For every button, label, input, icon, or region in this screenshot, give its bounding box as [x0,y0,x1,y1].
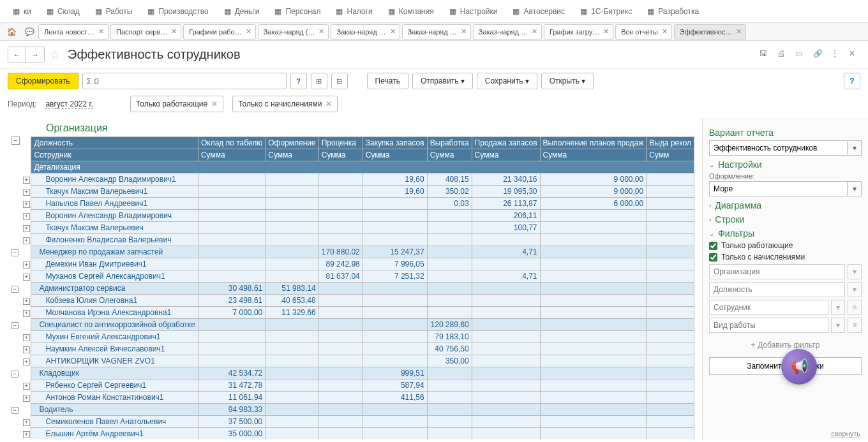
help-button[interactable]: ? [290,73,307,89]
emp-row[interactable]: +Семиколенов Павел Анатольевич37 500,00 [8,416,694,428]
tab-close-icon[interactable]: ✕ [461,27,467,36]
emp-row[interactable]: +Антонов Роман Константинович111 061,944… [8,392,694,404]
tab[interactable]: Паспорт серв…✕ [110,24,181,40]
tab[interactable]: График загру…✕ [544,24,613,40]
dropdown-icon[interactable]: ▾ [848,140,862,156]
dropdown-icon[interactable]: ▾ [831,318,845,333]
toggle-icon[interactable]: + [23,310,30,317]
print-icon[interactable]: 🖨 [777,49,789,61]
emp-row[interactable]: +АНТИКОРЩИК VAGNER ZVO1350,00 [8,355,694,367]
topnav-item[interactable]: ▦Налоги [328,0,380,22]
toggle-icon[interactable]: + [23,189,30,196]
topnav-item[interactable]: ▦Компания [380,0,442,22]
filters-heading[interactable]: ⌄Фильтры [709,228,862,239]
emp-row[interactable]: +Напылов Павел Андреевич10,0326 113,876 … [8,198,694,210]
favorite-star-icon[interactable]: ☆ [50,48,63,62]
nav-forward-button[interactable]: → [26,47,44,63]
tab[interactable]: Заказ-наряд (…✕ [258,24,329,40]
print-button[interactable]: Печать [367,73,408,89]
toggle-icon[interactable]: + [23,346,30,353]
check-working[interactable]: Только работающие [709,241,862,250]
tab[interactable]: Заказ-наряд …✕ [331,24,400,40]
filter-worktype[interactable] [709,318,828,333]
topnav-item[interactable]: ▦Деньги [216,0,267,22]
check-accruals[interactable]: Только с начислениями [709,253,862,262]
tab-close-icon[interactable]: ✕ [662,27,668,36]
announce-badge-icon[interactable]: 📢 [781,349,817,385]
topnav-item[interactable]: ▦Работы [87,0,140,22]
more-icon[interactable]: ⋮ [831,49,842,61]
emp-row[interactable]: +Ткачук Максим Валерьевич100,77 [8,222,694,234]
period-value[interactable]: август 2022 г. [45,99,93,109]
toggle-icon[interactable]: − [11,249,19,256]
emp-row[interactable]: +Молчанова Ирэна Александровна17 000,001… [8,307,694,319]
group-row[interactable]: −Администратор сервиса30 498,6151 983,14 [8,283,694,295]
link-icon[interactable]: 🔗 [813,49,825,61]
emp-row[interactable]: +Демехин Иван Дмитриевич189 242,987 996,… [8,258,694,270]
filter-role[interactable] [709,282,845,297]
topnav-item[interactable]: ▦1С-Битрикс [572,0,640,22]
send-button[interactable]: Отправить ▾ [412,73,473,89]
dropdown-icon[interactable]: ▾ [831,300,845,315]
topnav-item[interactable]: ▦Склад [39,0,87,22]
chip-close-icon[interactable]: ✕ [326,99,332,108]
list-icon[interactable]: ≡ [848,300,862,315]
emp-row[interactable]: +Мухин Евгений Александрович179 183,10 [8,331,694,343]
list-icon[interactable]: ≡ [848,318,862,333]
home-icon[interactable]: 🏠 [3,24,20,40]
toggle-icon[interactable]: + [23,177,30,184]
toggle-icon[interactable]: + [23,395,30,402]
group-row[interactable]: −Водитель94 983,33 [8,404,694,416]
topnav-item[interactable]: ▦Разработка [640,0,707,22]
toggle-icon[interactable]: − [11,286,19,293]
toggle-icon[interactable]: + [23,298,30,305]
tab[interactable]: Заказ-наряд …✕ [473,24,542,40]
topnav-item[interactable]: ▦Настройки [442,0,505,22]
toggle-icon[interactable]: + [23,431,30,438]
expand-tree-button[interactable]: ⊞ [311,73,327,89]
diagram-heading[interactable]: ›Диаграмма [709,200,862,210]
toggle-icon[interactable]: + [23,358,30,365]
collapse-link[interactable]: свернуть [831,430,860,438]
tab[interactable]: Лента новост…✕ [38,24,108,40]
toggle-icon[interactable]: + [23,334,30,341]
tab-close-icon[interactable]: ✕ [171,27,177,36]
chip-accruals[interactable]: Только с начислениями✕ [232,96,338,112]
tab-close-icon[interactable]: ✕ [603,27,609,36]
toggle-icon[interactable]: − [11,371,19,378]
topnav-item[interactable]: ▦Автосервис [505,0,572,22]
save-icon[interactable]: 🖫 [760,49,771,61]
tab-close-icon[interactable]: ✕ [246,27,251,36]
tab[interactable]: Все отчеты✕ [615,24,671,40]
save-button[interactable]: Сохранить ▾ [477,73,537,89]
toggle-icon[interactable]: + [23,237,30,244]
toggle-icon[interactable]: + [23,201,30,208]
emp-row[interactable]: +Воронин Александр Владимирович119,60408… [8,173,694,186]
toggle-icon[interactable]: + [23,213,30,220]
tab-close-icon[interactable]: ✕ [736,27,742,36]
global-help-button[interactable]: ? [844,73,860,89]
emp-row[interactable]: +Филоненко Владислав Валерьевич [8,234,694,246]
emp-row[interactable]: +Муханов Сергей Александрович181 637,047… [8,270,694,283]
toggle-icon[interactable]: + [23,383,30,390]
open-button[interactable]: Открыть ▾ [541,73,594,89]
emp-row[interactable]: +Ткачук Максим Валерьевич119,60350,0219 … [8,186,694,198]
emp-row[interactable]: +Кобзева Юлия Олеговна123 498,6140 653,4… [8,295,694,307]
speech-icon[interactable]: 💬 [20,24,38,40]
group-row[interactable]: −Менеджер по продажам запчастей170 880,0… [8,246,694,258]
emp-row[interactable]: +Наумкин Алексей Вячеславович140 756,50 [8,343,694,355]
dropdown-icon[interactable]: ▾ [848,282,862,297]
toggle-icon[interactable]: + [23,262,30,269]
emp-row[interactable]: +Ельшин Артём Андреевич135 000,00 [8,428,694,440]
toggle-icon[interactable]: + [23,225,30,232]
topnav-item[interactable]: ▦ки [5,0,39,22]
variant-select[interactable] [709,140,848,156]
emp-row[interactable]: +Воронин Александр Владимирович206,11 [8,210,694,222]
group-row[interactable]: −Специалист по антикоррозийной обработке… [8,319,694,331]
collapse-tree-button[interactable]: ⊟ [331,73,348,89]
preview-icon[interactable]: ▭ [795,49,807,61]
toggle-icon[interactable]: − [11,407,19,414]
chip-close-icon[interactable]: ✕ [211,99,218,108]
topnav-item[interactable]: ▦Персонал [267,0,328,22]
sum-input[interactable] [82,73,287,89]
